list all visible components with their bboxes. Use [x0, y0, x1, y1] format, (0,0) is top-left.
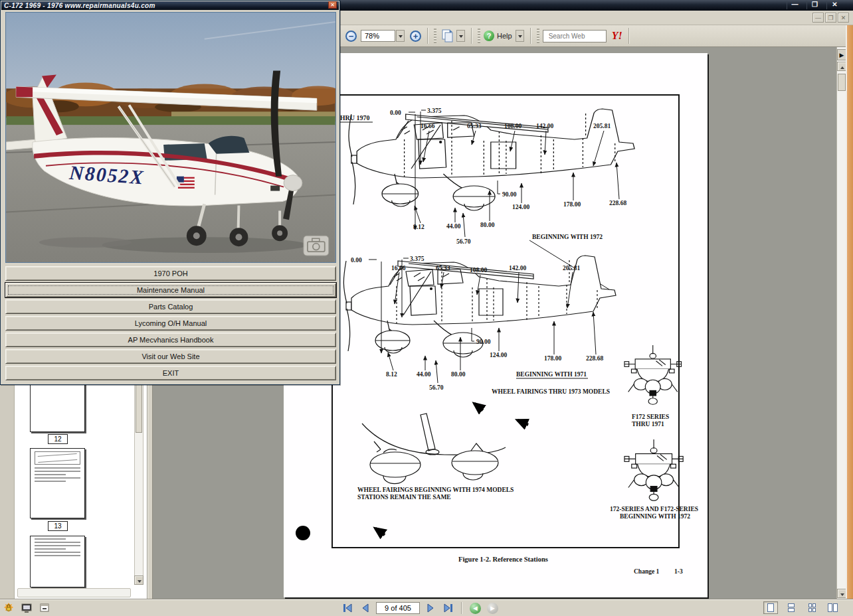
help-caret[interactable] — [516, 30, 524, 42]
svg-text:3.375: 3.375 — [410, 256, 425, 262]
launcher-titlebar[interactable]: C-172 1969 - 1976 www.repairmanuals4u.co… — [1, 1, 339, 10]
svg-text:BEGINNING WITH 1971: BEGINNING WITH 1971 — [516, 371, 587, 378]
toolbar-separator — [427, 28, 428, 44]
svg-text:BEGINNING WITH 1972: BEGINNING WITH 1972 — [620, 513, 690, 520]
continuous-facing-layout-button[interactable] — [805, 601, 819, 614]
page-tools-group — [430, 27, 469, 45]
menu-button-visit-web-site[interactable]: Visit our Web Site — [5, 349, 336, 364]
scroll-up-arrow[interactable] — [837, 62, 846, 71]
create-page-icon[interactable] — [440, 28, 456, 44]
thumbnail-label-13[interactable]: 13 — [48, 521, 68, 531]
pdf-page: THRU 1970 — [284, 53, 708, 597]
thumbnail-page-13[interactable] — [30, 448, 85, 518]
zoom-group: − + — [341, 27, 425, 45]
previous-view-button[interactable]: ◄ — [470, 603, 481, 614]
previous-page-button[interactable] — [358, 602, 373, 614]
scroll-down-arrow[interactable] — [134, 576, 143, 585]
page-tools-caret[interactable] — [456, 30, 465, 42]
svg-text:228.68: 228.68 — [586, 355, 603, 362]
zoom-out-button[interactable]: − — [345, 31, 357, 42]
menu-button-maintenance-manual[interactable]: Maintenance Manual — [5, 283, 336, 297]
svg-text:0.00: 0.00 — [390, 110, 401, 116]
pdf-statusbar: ◄ ► — [0, 599, 853, 616]
help-button[interactable]: Help — [497, 32, 512, 40]
security-lock-icon[interactable] — [3, 602, 15, 614]
svg-text:0.00: 0.00 — [351, 257, 362, 264]
svg-text:108.00: 108.00 — [470, 267, 487, 273]
page-navigation: ◄ ► — [340, 602, 498, 614]
thumbnail-page-14[interactable] — [30, 536, 85, 587]
app-close-button[interactable]: ✕ — [826, 1, 842, 9]
doc-minimize-button[interactable]: — — [812, 13, 824, 23]
svg-text:8.12: 8.12 — [413, 224, 425, 230]
toolbar-separator — [471, 28, 472, 44]
svg-text:56.70: 56.70 — [429, 384, 444, 391]
doc-restore-button[interactable]: ❐ — [825, 13, 836, 23]
screen-icon[interactable] — [21, 602, 33, 614]
svg-text:44.00: 44.00 — [446, 223, 461, 230]
page-layout-buttons — [763, 601, 840, 614]
search-web-input[interactable] — [543, 30, 607, 42]
window-size-icon[interactable] — [39, 602, 50, 614]
thumbnail-label-12[interactable]: 12 — [48, 434, 68, 444]
menu-button-1970-poh[interactable]: 1970 POH — [5, 266, 336, 281]
zoom-dropdown-caret[interactable] — [396, 30, 405, 42]
document-vertical-scrollbar[interactable]: ▶ — [836, 47, 846, 599]
svg-text:108.00: 108.00 — [504, 123, 521, 129]
svg-text:STATIONS REMAIN THE SAME: STATIONS REMAIN THE SAME — [357, 494, 451, 501]
scroll-down-arrow[interactable] — [837, 589, 846, 598]
toolbar-separator — [628, 28, 629, 44]
svg-text:124.00: 124.00 — [512, 204, 529, 210]
svg-text:1-3: 1-3 — [674, 568, 683, 575]
doc-close-button[interactable]: ✕ — [838, 13, 849, 23]
app-minimize-button[interactable]: — — [787, 1, 803, 9]
svg-text:124.00: 124.00 — [490, 352, 507, 358]
figure-1-2-diagram: THRU 1970 — [284, 53, 708, 597]
svg-text:65.33: 65.33 — [467, 123, 482, 129]
svg-text:178.00: 178.00 — [544, 355, 561, 362]
scrollbar-thumb[interactable] — [838, 74, 846, 91]
svg-text:BEGINNING WITH 1972: BEGINNING WITH 1972 — [532, 234, 603, 240]
menu-button-parts-catalog[interactable]: Parts Catalog — [5, 299, 336, 314]
yahoo-icon[interactable]: Y! — [612, 30, 622, 42]
zoom-in-button[interactable]: + — [410, 31, 421, 42]
launcher-close-button[interactable]: ✕ — [328, 1, 337, 9]
svg-text:56.70: 56.70 — [456, 238, 471, 245]
svg-text:Change 1: Change 1 — [634, 568, 660, 575]
svg-text:THRU 1970: THRU 1970 — [335, 114, 369, 121]
svg-text:80.00: 80.00 — [451, 371, 466, 378]
app-restore-button[interactable]: ❐ — [806, 1, 822, 9]
thumbnails-horizontal-scrollbar[interactable] — [17, 588, 131, 597]
menu-button-lycoming-oh-manual[interactable]: Lycoming O/H Manual — [5, 316, 336, 331]
cessna-photo: N8052X — [5, 12, 336, 263]
svg-text:65.33: 65.33 — [436, 265, 450, 271]
svg-text:WHEEL FAIRINGS THRU 1973 MODEL: WHEEL FAIRINGS THRU 1973 MODELS — [492, 388, 610, 395]
svg-text:142.00: 142.00 — [536, 123, 553, 129]
toolbar-grip — [537, 29, 539, 43]
first-page-button[interactable] — [340, 602, 355, 614]
menu-button-exit[interactable]: EXIT — [5, 366, 336, 380]
svg-text:3.375: 3.375 — [427, 108, 442, 114]
svg-text:205.81: 205.81 — [563, 265, 580, 271]
toolbar-grip — [478, 29, 480, 43]
launcher-body: N8052X — [3, 11, 338, 383]
page-number-field[interactable] — [376, 602, 420, 614]
next-page-button[interactable] — [423, 602, 438, 614]
facing-layout-button[interactable] — [825, 601, 840, 614]
photo-watermark — [304, 236, 329, 256]
next-view-button[interactable]: ► — [487, 603, 498, 614]
last-page-button[interactable] — [441, 602, 456, 614]
annotation-dot — [296, 526, 310, 540]
svg-text:16.66: 16.66 — [391, 265, 406, 271]
svg-text:178.00: 178.00 — [563, 201, 581, 208]
single-page-layout-button[interactable] — [763, 601, 778, 614]
zoom-level-input[interactable] — [361, 30, 395, 42]
continuous-layout-button[interactable] — [784, 601, 799, 614]
thumbnail-sketch — [35, 451, 80, 465]
menu-button-ap-mechanics-handbook[interactable]: AP Mecvhanics Handbook — [5, 333, 336, 347]
svg-text:228.68: 228.68 — [609, 200, 626, 206]
pane-toggle-button[interactable]: ▶ — [837, 49, 846, 60]
help-icon: ? — [484, 31, 494, 41]
svg-text:WHEEL FAIRINGS BEGINNING WITH: WHEEL FAIRINGS BEGINNING WITH 1974 MODEL… — [357, 487, 514, 493]
svg-text:205.81: 205.81 — [593, 123, 611, 129]
